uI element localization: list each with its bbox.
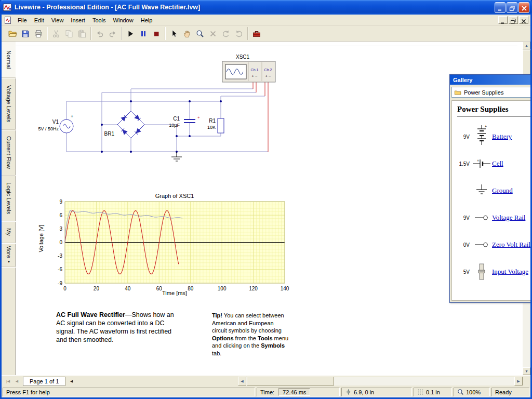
restore-button[interactable]	[507, 2, 517, 13]
side-tab-more[interactable]: More	[2, 243, 16, 267]
component-ac-source-v1[interactable]: + V1 5V / 50Hz	[38, 114, 73, 133]
gallery-item-link[interactable]: Zero Volt Rail	[492, 241, 530, 249]
scroll-up-button[interactable]: ▲	[523, 42, 530, 49]
svg-text:3: 3	[59, 226, 62, 232]
r1-name-label: R1	[209, 118, 216, 124]
gallery-item-link[interactable]: Cell	[492, 159, 503, 168]
status-position-panel: 6.9, 0 in	[341, 388, 412, 396]
toolbar-extra-group	[248, 27, 265, 40]
save-button[interactable]	[19, 27, 32, 40]
gallery-item-link[interactable]: Voltage Rail	[492, 214, 525, 222]
horizontal-scroll-thumb[interactable]	[247, 377, 334, 385]
toolbar-simulation-group	[122, 27, 165, 40]
print-button[interactable]	[32, 27, 45, 40]
scroll-left-button[interactable]: ◀	[238, 377, 246, 385]
menu-insert[interactable]: Insert	[67, 16, 89, 25]
mdi-minimize-button[interactable]	[498, 16, 508, 24]
gallery-title-bar[interactable]: Gallery	[450, 75, 532, 85]
pointer-tool-button[interactable]	[167, 27, 180, 40]
open-button[interactable]	[6, 27, 19, 40]
component-resistor-r1[interactable]: R1 10K	[207, 118, 224, 133]
page-tab[interactable]: Page 1 of 1	[23, 377, 65, 386]
tip-note: Tip! You can select between American and…	[212, 312, 289, 357]
xsc1-name-label: XSC1	[236, 54, 250, 60]
print-icon	[34, 30, 43, 38]
ground-icon	[471, 184, 492, 197]
simulation-time-value: 72.46 ms	[278, 388, 310, 396]
page-scroll-button[interactable]: ◀	[67, 377, 76, 385]
gallery-heading: Power Supplies	[457, 105, 532, 117]
c1-name-label: C1	[173, 116, 180, 122]
menu-help[interactable]: Help	[137, 16, 156, 25]
vertical-scroll-thumb[interactable]	[523, 50, 530, 77]
description-note: AC Full Wave Rectifier—Shows how an AC s…	[56, 311, 181, 344]
pause-button[interactable]	[137, 27, 150, 40]
zoom-level-value: 100%	[466, 389, 481, 395]
zoom-icon	[196, 30, 204, 38]
c1-polarity-label: +	[197, 115, 200, 120]
menu-view[interactable]: View	[48, 16, 68, 25]
hand-icon	[183, 30, 191, 38]
scroll-right-button[interactable]: ▶	[514, 377, 523, 385]
menu-edit[interactable]: Edit	[31, 16, 48, 25]
gallery-item-link[interactable]: Ground	[492, 187, 513, 195]
xsc1-graph[interactable]: 0204060801001201409630-3-6-9	[46, 197, 290, 299]
pointer-icon	[170, 30, 178, 38]
svg-text:+: +	[485, 125, 487, 128]
gallery-category-select[interactable]: Power Supplies	[451, 87, 532, 98]
svg-text:40: 40	[125, 286, 131, 291]
side-tab-current-flow[interactable]: Current Flow	[2, 130, 16, 176]
svg-text:140: 140	[281, 286, 289, 291]
grid-icon	[417, 389, 424, 395]
svg-text:0: 0	[63, 286, 66, 291]
menu-window[interactable]: Window	[110, 16, 137, 25]
undo-button	[93, 27, 106, 40]
stop-button[interactable]	[150, 27, 163, 40]
side-tab-my[interactable]: My	[2, 221, 16, 243]
mdi-restore-icon	[510, 17, 516, 23]
scroll-down-button[interactable]: ▼	[523, 367, 530, 375]
svg-text:20: 20	[94, 286, 100, 291]
side-tab-logic-levels[interactable]: Logic Levels	[2, 176, 16, 221]
gallery-item-ground: Ground	[457, 177, 532, 204]
mdi-restore-button[interactable]	[509, 16, 518, 24]
gallery-item-cell: 1.5V + Cell	[457, 150, 532, 177]
component-oscilloscope-xsc1[interactable]: XSC1 Ch.1 + − Ch.2 + −	[222, 54, 275, 82]
graph-y-axis-label: Voltage [V]	[38, 218, 45, 259]
pause-icon	[139, 30, 148, 38]
component-ground[interactable]	[171, 152, 182, 161]
cell-icon: +	[471, 158, 492, 169]
rail-icon	[471, 242, 492, 248]
zoom-tool-button[interactable]	[193, 27, 206, 40]
horizontal-scrollbar[interactable]: ◀ ▶	[238, 377, 523, 385]
menu-tools[interactable]: Tools	[89, 16, 110, 25]
run-button[interactable]	[124, 27, 137, 40]
mdi-window-buttons	[498, 16, 530, 24]
minimize-button[interactable]	[495, 2, 506, 13]
mdi-close-button[interactable]	[519, 16, 528, 24]
component-value-label: 9V	[457, 215, 471, 221]
v1-name-label: V1	[52, 119, 59, 125]
rotate-right-button	[232, 27, 245, 40]
mdi-close-icon	[521, 17, 527, 23]
gallery-item-link[interactable]: Battery	[492, 132, 512, 141]
save-icon	[21, 30, 30, 38]
status-time-panel: Time: 72.46 ms	[257, 388, 340, 396]
slider-icon	[471, 263, 492, 280]
cursor-position-value: 6.9, 0 in	[354, 389, 374, 395]
svg-text:9: 9	[59, 199, 62, 205]
v1-polarity-label: +	[71, 114, 73, 119]
window-title: Livewire - Professional Edition - [AC Fu…	[15, 4, 494, 11]
menu-file[interactable]: File	[14, 16, 31, 25]
gallery-item-link[interactable]: Input Voltage	[492, 268, 528, 276]
pan-tool-button[interactable]	[180, 27, 193, 40]
close-button[interactable]	[518, 2, 529, 13]
component-value-label: 0V	[457, 242, 471, 248]
side-tab-voltage-levels[interactable]: Voltage Levels	[2, 78, 16, 130]
schematic-canvas[interactable]: + V1 5V / 50Hz BR1 + C1 10µF R1	[16, 42, 523, 375]
rotate-right-icon	[235, 30, 243, 38]
component-capacitor-c1[interactable]: + C1 10µF	[169, 115, 200, 128]
toolbox-button[interactable]	[250, 27, 263, 40]
toolbar	[2, 26, 530, 42]
side-tab-normal[interactable]: Normal	[2, 42, 16, 78]
